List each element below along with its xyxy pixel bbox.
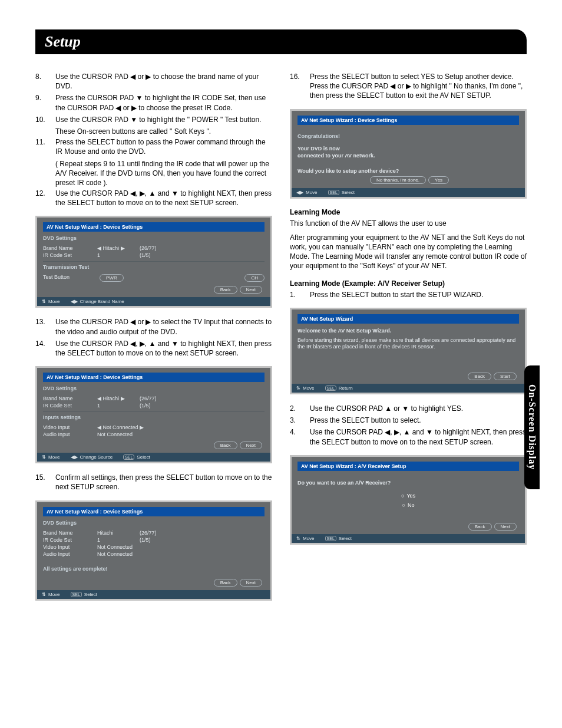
osd-next-button: Next (494, 523, 517, 531)
osd-foot-label: Select (84, 592, 97, 597)
step-text: Use the CURSOR PAD ◀, ▶, ▲ and ▼ to high… (55, 339, 272, 358)
paragraph: This function of the AV NET allows the u… (290, 219, 527, 228)
osd-label: Video Input (43, 424, 90, 430)
osd-question: Do you want to use an A/V Receiver? (297, 480, 391, 486)
select-icon: SEL (71, 592, 82, 597)
step-num: 1. (290, 290, 310, 299)
up-down-icon: ⇅ (296, 536, 300, 541)
osd-start-button: Start (494, 373, 517, 380)
step-text: Use the CURSOR PAD ◀ or ▶ to choose the … (55, 72, 272, 91)
osd-title: AV Net Setup Wizard : Device Settings (43, 222, 265, 232)
step-num: 2. (290, 404, 310, 413)
step-text: Use the CURSOR PAD ◀ or ▶ to select the … (55, 317, 272, 336)
osd-radio-no: No (402, 502, 415, 508)
osd-label: IR Code Set (43, 403, 90, 409)
osd-next-button: Next (240, 286, 262, 294)
osd-value: 1 (97, 403, 133, 409)
osd-question: Would you like to setup another device? (297, 168, 399, 174)
up-down-icon: ⇅ (42, 299, 46, 304)
osd-label: Test Button (43, 274, 90, 282)
osd-message: All settings are complete! (43, 566, 265, 572)
step-num: 4. (290, 427, 310, 446)
osd-label: Brand Name (43, 245, 90, 251)
osd-value: ◀ Not Connected ▶ (97, 424, 144, 430)
paragraph: After programming your equipment to the … (290, 233, 527, 271)
osd-value: Not Connected (97, 431, 133, 437)
osd-value: Not Connected (97, 551, 133, 557)
step-num: 8. (35, 72, 55, 91)
osd-foot-label: Change Brand Name (80, 299, 124, 304)
osd-next-button: Next (240, 579, 262, 587)
osd-count: (26/77) (140, 396, 172, 401)
step-text: Press the SELECT button to pass the Powe… (55, 137, 272, 156)
osd-button: PWR (100, 274, 124, 282)
osd-value: Not Connected (97, 544, 133, 550)
osd-button: CH (244, 274, 265, 282)
step-text: Use the CURSOR PAD ◀, ▶, ▲ and ▼ to high… (310, 427, 527, 446)
chapter-title-text: Setup (45, 33, 517, 51)
osd-foot-label: Select (342, 190, 355, 195)
osd-section: DVD Settings (43, 235, 265, 241)
osd-foot-label: Select (137, 454, 150, 460)
side-tab: On-Screen Display (524, 365, 540, 489)
osd-back-button: Back (214, 442, 237, 449)
osd-back-button: Back (468, 373, 491, 380)
osd-message: Welcome to the AV Net Setup Wizard. (297, 328, 391, 334)
osd-message: Congratulations! (297, 133, 519, 139)
up-down-icon: ⇅ (42, 592, 46, 597)
osd-section: DVD Settings (43, 520, 265, 526)
osd-value: Hitachi (97, 530, 133, 536)
osd-value: ◀ Hitachi ▶ (97, 245, 133, 251)
osd-value: 1 (97, 537, 133, 543)
step-text: Use the CURSOR PAD ◀, ▶, ▲ and ▼ to high… (55, 189, 272, 207)
right-column: 16.Press the SELECT button to select YES… (290, 72, 527, 610)
osd-title: AV Net Setup Wizard : Device Settings (43, 507, 265, 516)
step-text: Press the SELECT button to select. (310, 416, 527, 425)
osd-label: Brand Name (43, 530, 90, 536)
osd-value: ◀ Hitachi ▶ (97, 396, 133, 401)
osd-label: IR Code Set (43, 252, 90, 258)
step-num: 11. (35, 137, 55, 156)
osd-section: Transmission Test (43, 264, 265, 270)
osd-title: AV Net Setup Wizard : A/V Receiver Setup (297, 462, 519, 471)
step-subtext: These On-screen buttons are called " Sof… (35, 127, 272, 136)
osd-radio-yes: Yes (401, 493, 415, 499)
left-column: 8.Use the CURSOR PAD ◀ or ▶ to choose th… (35, 72, 272, 610)
osd-label: Video Input (43, 544, 90, 550)
osd-radio-label: No (408, 502, 415, 508)
osd-message: connected to your AV network. (297, 153, 375, 159)
step-text: Press the CURSOR PAD ▼ to highlight the … (55, 93, 272, 112)
left-right-icon: ◀▶ (296, 190, 303, 195)
select-icon: SEL (328, 190, 339, 195)
step-text: Use the CURSOR PAD ▼ to highlight the " … (55, 115, 272, 124)
osd-label: Audio Input (43, 431, 90, 437)
osd-foot-label: Change Source (80, 454, 113, 460)
left-right-icon: ◀▶ (71, 454, 78, 460)
step-num: 14. (35, 339, 55, 358)
osd-foot-label: Move (303, 536, 315, 541)
osd-next-button: Next (240, 442, 262, 449)
osd-title: AV Net Setup Wizard : Device Settings (297, 116, 519, 125)
step-text: Press the SELECT button to start the SET… (310, 290, 527, 299)
osd-section: Inputs settings (43, 414, 265, 420)
osd-screenshot-6: AV Net Setup Wizard : A/V Receiver Setup… (290, 455, 527, 545)
step-num: 9. (35, 93, 55, 112)
osd-back-button: Back (468, 523, 492, 531)
select-icon: SEL (325, 536, 336, 541)
osd-screenshot-5: AV Net Setup Wizard Welcome to the AV Ne… (290, 308, 527, 394)
osd-label: Audio Input (43, 551, 90, 557)
osd-section: DVD Settings (43, 386, 265, 391)
osd-foot-label: Move (48, 454, 60, 460)
select-icon: SEL (123, 454, 134, 460)
osd-title: AV Net Setup Wizard : Device Settings (43, 373, 265, 382)
osd-foot-label: Return (339, 386, 353, 391)
step-num: 13. (35, 317, 55, 336)
up-down-icon: ⇅ (42, 454, 46, 460)
osd-label: Brand Name (43, 396, 90, 401)
step-subtext: ( Repeat steps 9 to 11 until finding the… (35, 159, 272, 188)
osd-foot-label: Move (48, 592, 60, 597)
step-num: 12. (35, 189, 55, 207)
osd-foot-label: Move (48, 299, 60, 304)
osd-yes-button: Yes (428, 176, 449, 184)
side-tab-text: On-Screen Display (527, 384, 537, 470)
